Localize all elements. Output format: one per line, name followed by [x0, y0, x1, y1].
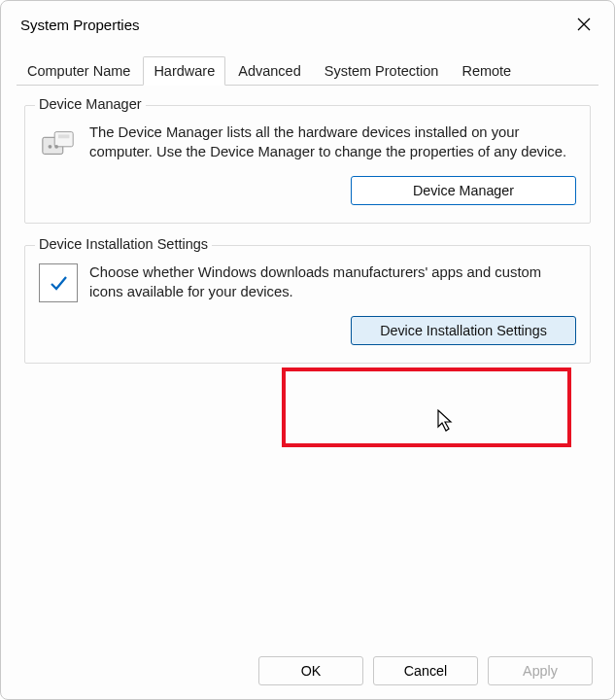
device-installation-group-title: Device Installation Settings [35, 236, 212, 252]
system-properties-window: System Properties Computer Name Hardware… [0, 0, 615, 700]
svg-rect-6 [58, 134, 69, 138]
device-manager-group: Device Manager The Device Manager lists … [24, 105, 591, 224]
tab-content: Device Manager The Device Manager lists … [1, 86, 614, 404]
device-manager-icon [39, 123, 78, 162]
window-title: System Properties [20, 17, 140, 33]
ok-button[interactable]: OK [258, 656, 363, 685]
apply-button: Apply [488, 656, 593, 685]
device-manager-button[interactable]: Device Manager [351, 176, 576, 205]
tab-hardware[interactable]: Hardware [143, 56, 225, 86]
tab-computer-name[interactable]: Computer Name [17, 56, 141, 86]
device-manager-group-title: Device Manager [35, 96, 146, 112]
svg-point-5 [54, 145, 58, 149]
dialog-footer: OK Cancel Apply [258, 656, 593, 685]
tab-strip: Computer Name Hardware Advanced System P… [17, 55, 598, 86]
tab-remote[interactable]: Remote [451, 56, 522, 86]
close-icon [577, 18, 591, 31]
close-button[interactable] [567, 11, 600, 38]
cancel-button[interactable]: Cancel [373, 656, 478, 685]
checkmark-icon [39, 263, 78, 302]
svg-rect-3 [54, 132, 73, 147]
tab-advanced[interactable]: Advanced [227, 56, 312, 86]
device-manager-text: The Device Manager lists all the hardwar… [89, 123, 576, 162]
device-installation-group: Device Installation Settings Choose whet… [24, 245, 591, 364]
svg-point-4 [49, 145, 52, 149]
cursor-icon [437, 409, 457, 437]
svg-marker-7 [438, 410, 451, 431]
device-installation-settings-button[interactable]: Device Installation Settings [351, 316, 576, 345]
titlebar: System Properties [1, 1, 614, 42]
device-installation-text: Choose whether Windows downloads manufac… [89, 263, 576, 302]
tab-system-protection[interactable]: System Protection [314, 56, 450, 86]
